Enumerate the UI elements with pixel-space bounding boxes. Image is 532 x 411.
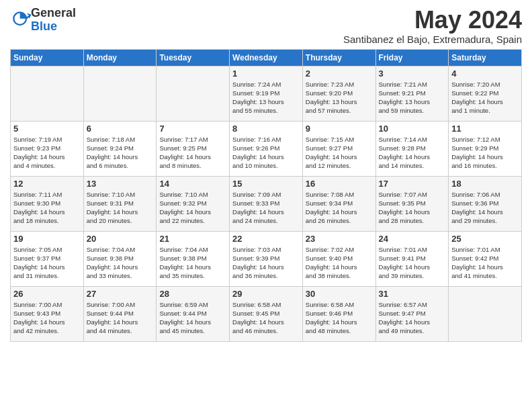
day-info: Sunrise: 7:20 AM Sunset: 9:22 PM Dayligh…	[451, 80, 519, 116]
day-number: 3	[379, 68, 446, 79]
calendar-cell: 13Sunrise: 7:10 AM Sunset: 9:31 PM Dayli…	[83, 176, 157, 231]
calendar-cell: 4Sunrise: 7:20 AM Sunset: 9:22 PM Daylig…	[449, 66, 522, 121]
day-info: Sunrise: 7:15 AM Sunset: 9:27 PM Dayligh…	[306, 135, 373, 171]
day-info: Sunrise: 6:59 AM Sunset: 9:44 PM Dayligh…	[159, 300, 226, 336]
logo-blue: Blue	[31, 20, 76, 34]
weekday-header-saturday: Saturday	[449, 49, 522, 66]
day-number: 25	[451, 234, 519, 244]
calendar-cell: 31Sunrise: 6:57 AM Sunset: 9:47 PM Dayli…	[375, 286, 449, 341]
day-info: Sunrise: 7:06 AM Sunset: 9:36 PM Dayligh…	[451, 190, 519, 226]
day-info: Sunrise: 7:00 AM Sunset: 9:43 PM Dayligh…	[13, 300, 81, 336]
day-number: 28	[159, 289, 226, 299]
day-info: Sunrise: 7:02 AM Sunset: 9:40 PM Dayligh…	[306, 245, 373, 281]
day-number: 7	[159, 124, 226, 134]
calendar-cell	[157, 66, 230, 121]
day-number: 18	[451, 179, 519, 189]
day-number: 26	[13, 289, 81, 299]
calendar-cell	[11, 66, 84, 121]
calendar-body: 1Sunrise: 7:24 AM Sunset: 9:19 PM Daylig…	[11, 66, 522, 341]
day-number: 2	[306, 68, 373, 79]
calendar-cell: 26Sunrise: 7:00 AM Sunset: 9:43 PM Dayli…	[11, 286, 84, 341]
day-info: Sunrise: 7:16 AM Sunset: 9:26 PM Dayligh…	[232, 135, 300, 171]
day-number: 23	[306, 234, 373, 244]
day-info: Sunrise: 7:17 AM Sunset: 9:25 PM Dayligh…	[159, 135, 226, 171]
day-info: Sunrise: 7:11 AM Sunset: 9:30 PM Dayligh…	[13, 190, 81, 226]
weekday-header-thursday: Thursday	[302, 49, 375, 66]
day-info: Sunrise: 6:57 AM Sunset: 9:47 PM Dayligh…	[379, 300, 446, 336]
calendar-cell: 23Sunrise: 7:02 AM Sunset: 9:40 PM Dayli…	[302, 231, 375, 286]
logo-general: General	[31, 7, 76, 20]
title-block: May 2024 Santibanez el Bajo, Extremadura…	[343, 7, 522, 45]
day-info: Sunrise: 7:19 AM Sunset: 9:23 PM Dayligh…	[13, 135, 81, 171]
calendar-cell: 25Sunrise: 7:01 AM Sunset: 9:42 PM Dayli…	[449, 231, 522, 286]
day-info: Sunrise: 7:09 AM Sunset: 9:33 PM Dayligh…	[232, 190, 300, 226]
calendar-cell: 12Sunrise: 7:11 AM Sunset: 9:30 PM Dayli…	[11, 176, 84, 231]
calendar-cell: 24Sunrise: 7:01 AM Sunset: 9:41 PM Dayli…	[375, 231, 449, 286]
day-number: 22	[232, 234, 300, 244]
calendar-cell: 10Sunrise: 7:14 AM Sunset: 9:28 PM Dayli…	[375, 121, 449, 176]
day-number: 27	[87, 289, 154, 299]
logo: General Blue	[10, 7, 76, 34]
day-number: 29	[232, 289, 300, 299]
day-number: 24	[379, 234, 446, 244]
day-info: Sunrise: 7:12 AM Sunset: 9:29 PM Dayligh…	[451, 135, 519, 171]
day-number: 21	[159, 234, 226, 244]
day-number: 13	[87, 179, 154, 189]
calendar-cell: 15Sunrise: 7:09 AM Sunset: 9:33 PM Dayli…	[230, 176, 303, 231]
calendar-cell: 30Sunrise: 6:58 AM Sunset: 9:46 PM Dayli…	[302, 286, 375, 341]
day-info: Sunrise: 7:04 AM Sunset: 9:38 PM Dayligh…	[87, 245, 154, 281]
page-header: General Blue May 2024 Santibanez el Bajo…	[10, 7, 522, 45]
calendar-cell: 27Sunrise: 7:00 AM Sunset: 9:44 PM Dayli…	[83, 286, 157, 341]
day-info: Sunrise: 7:21 AM Sunset: 9:21 PM Dayligh…	[379, 80, 446, 116]
day-number: 5	[13, 124, 81, 134]
day-number: 1	[232, 68, 300, 79]
day-info: Sunrise: 7:10 AM Sunset: 9:31 PM Dayligh…	[87, 190, 154, 226]
day-info: Sunrise: 7:24 AM Sunset: 9:19 PM Dayligh…	[232, 80, 300, 116]
day-info: Sunrise: 7:05 AM Sunset: 9:37 PM Dayligh…	[13, 245, 81, 281]
calendar-cell: 8Sunrise: 7:16 AM Sunset: 9:26 PM Daylig…	[230, 121, 303, 176]
month-title: May 2024	[343, 7, 522, 34]
calendar-cell: 7Sunrise: 7:17 AM Sunset: 9:25 PM Daylig…	[157, 121, 230, 176]
day-info: Sunrise: 7:10 AM Sunset: 9:32 PM Dayligh…	[159, 190, 226, 226]
weekday-header-friday: Friday	[375, 49, 449, 66]
weekday-header-sunday: Sunday	[11, 49, 84, 66]
calendar-cell	[83, 66, 157, 121]
calendar-header-row: SundayMondayTuesdayWednesdayThursdayFrid…	[11, 49, 522, 66]
day-number: 15	[232, 179, 300, 189]
weekday-header-tuesday: Tuesday	[157, 49, 230, 66]
day-number: 20	[87, 234, 154, 244]
day-info: Sunrise: 7:03 AM Sunset: 9:39 PM Dayligh…	[232, 245, 300, 281]
logo-text: General Blue	[31, 7, 76, 34]
day-number: 8	[232, 124, 300, 134]
location-subtitle: Santibanez el Bajo, Extremadura, Spain	[343, 34, 522, 45]
calendar-cell: 16Sunrise: 7:08 AM Sunset: 9:34 PM Dayli…	[302, 176, 375, 231]
day-info: Sunrise: 7:08 AM Sunset: 9:34 PM Dayligh…	[306, 190, 373, 226]
calendar-cell: 18Sunrise: 7:06 AM Sunset: 9:36 PM Dayli…	[449, 176, 522, 231]
day-info: Sunrise: 7:00 AM Sunset: 9:44 PM Dayligh…	[87, 300, 154, 336]
calendar-week-5: 26Sunrise: 7:00 AM Sunset: 9:43 PM Dayli…	[11, 286, 522, 341]
calendar-week-4: 19Sunrise: 7:05 AM Sunset: 9:37 PM Dayli…	[11, 231, 522, 286]
calendar-cell: 22Sunrise: 7:03 AM Sunset: 9:39 PM Dayli…	[230, 231, 303, 286]
day-number: 4	[451, 68, 519, 79]
calendar-cell: 6Sunrise: 7:18 AM Sunset: 9:24 PM Daylig…	[83, 121, 157, 176]
day-number: 12	[13, 179, 81, 189]
calendar-cell: 2Sunrise: 7:23 AM Sunset: 9:20 PM Daylig…	[302, 66, 375, 121]
day-number: 30	[306, 289, 373, 299]
day-number: 11	[451, 124, 519, 134]
day-number: 16	[306, 179, 373, 189]
day-info: Sunrise: 7:01 AM Sunset: 9:42 PM Dayligh…	[451, 245, 519, 281]
day-info: Sunrise: 7:14 AM Sunset: 9:28 PM Dayligh…	[379, 135, 446, 171]
day-number: 9	[306, 124, 373, 134]
calendar-cell: 9Sunrise: 7:15 AM Sunset: 9:27 PM Daylig…	[302, 121, 375, 176]
calendar-cell: 29Sunrise: 6:58 AM Sunset: 9:45 PM Dayli…	[230, 286, 303, 341]
day-number: 10	[379, 124, 446, 134]
weekday-header-wednesday: Wednesday	[230, 49, 303, 66]
calendar-cell: 28Sunrise: 6:59 AM Sunset: 9:44 PM Dayli…	[157, 286, 230, 341]
day-info: Sunrise: 7:07 AM Sunset: 9:35 PM Dayligh…	[379, 190, 446, 226]
calendar-cell: 5Sunrise: 7:19 AM Sunset: 9:23 PM Daylig…	[11, 121, 84, 176]
day-number: 6	[87, 124, 154, 134]
calendar-week-2: 5Sunrise: 7:19 AM Sunset: 9:23 PM Daylig…	[11, 121, 522, 176]
day-number: 14	[159, 179, 226, 189]
calendar-table: SundayMondayTuesdayWednesdayThursdayFrid…	[10, 49, 522, 342]
calendar-cell: 17Sunrise: 7:07 AM Sunset: 9:35 PM Dayli…	[375, 176, 449, 231]
